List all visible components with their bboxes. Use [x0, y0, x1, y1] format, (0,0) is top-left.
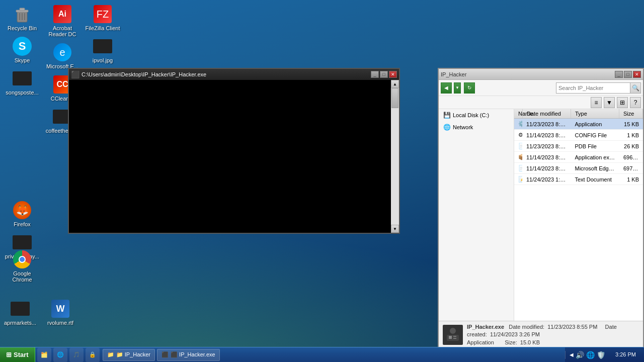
- cmd-maximize-button[interactable]: □: [380, 71, 388, 78]
- skype-icon: S: [12, 36, 32, 56]
- status-date-modified: 11/23/2023 8:55 PM: [547, 324, 597, 330]
- tray-security[interactable]: 🛡️: [597, 351, 605, 359]
- cmd-window: ⬛ C:\Users\admin\Desktop\IP_Hacker\IP_Ha…: [68, 68, 400, 234]
- start-button[interactable]: ⊞ Start: [0, 347, 35, 363]
- svg-rect-8: [449, 336, 452, 339]
- clock[interactable]: 3:26 PM: [611, 351, 640, 358]
- cmd-close-button[interactable]: ✕: [389, 71, 397, 78]
- svg-rect-9: [453, 336, 456, 337]
- start-icon: ⊞: [6, 351, 12, 358]
- view-list-button[interactable]: ≡: [591, 97, 602, 108]
- tray-arrow[interactable]: ◀: [570, 352, 574, 357]
- search-button[interactable]: 🔍: [630, 82, 641, 94]
- tray-volume[interactable]: 🔊: [576, 351, 584, 359]
- search-input[interactable]: [556, 82, 630, 94]
- file-cell-size: 1 KB: [619, 176, 643, 183]
- desktop-icon-rvolume[interactable]: W rvolume.rtf: [40, 297, 80, 328]
- file-cell-date: 11/23/2023 8:55 PM: [522, 121, 571, 127]
- col-header-name[interactable]: Name: [514, 109, 523, 118]
- explorer-nav-back[interactable]: ◀: [441, 82, 452, 94]
- explorer-nav-panel: 💾 Local Disk (C:) 🌐 Network: [439, 109, 514, 321]
- file-row[interactable]: ⚙ IP_Hacker.exe.config 11/14/2023 8:37 P…: [514, 130, 643, 141]
- explorer-minimize-button[interactable]: _: [615, 71, 623, 78]
- quicklaunch-media[interactable]: 🎵: [69, 348, 84, 362]
- local-disk-icon: 💾: [443, 111, 451, 119]
- explorer-toolbar: ◀ ▼ ↻ 🔍: [439, 80, 643, 96]
- chrome-icon: [12, 249, 32, 269]
- desktop-icon-acrobat[interactable]: Ai Acrobat Reader DC: [42, 2, 83, 39]
- status-filename: IP_Hacker.exe: [467, 324, 504, 330]
- scroll-down-button[interactable]: ▼: [391, 225, 399, 233]
- desktop-icon-filezilla[interactable]: FZ FileZilla Client: [83, 2, 123, 33]
- file-cell-type: PDB File: [571, 143, 619, 149]
- filezilla-icon: FZ: [93, 4, 113, 24]
- quicklaunch-explorer[interactable]: 🗂️: [37, 348, 51, 362]
- firefox-icon: 🦊: [12, 200, 32, 220]
- quicklaunch-security[interactable]: 🔒: [86, 348, 100, 362]
- rvolume-icon: W: [50, 299, 70, 319]
- cmd-titlebar[interactable]: ⬛ C:\Users\admin\Desktop\IP_Hacker\IP_Ha…: [69, 69, 399, 80]
- chrome-label: Google Chrome: [4, 270, 40, 283]
- scroll-track: [391, 88, 399, 225]
- explorer-titlebar[interactable]: IP_Hacker _ □ ✕: [439, 69, 643, 80]
- desktop-icon-ipvol[interactable]: ipvol.jpg: [83, 34, 123, 65]
- desktop-icon-firefox[interactable]: 🦊 Firefox: [2, 198, 42, 229]
- view-help-button[interactable]: ?: [630, 97, 641, 108]
- explorer-main: Name Date modified Type Size ⚙️ IP_Hacke…: [514, 109, 643, 321]
- file-cell-date: 11/14/2023 8:37 PM: [522, 132, 571, 138]
- desktop-icon-aprmarkets[interactable]: aprmarkets...: [0, 297, 40, 328]
- explorer-maximize-button[interactable]: □: [624, 71, 632, 78]
- explorer-nav-dropdown[interactable]: ▼: [454, 82, 461, 94]
- desktop-icon-chrome[interactable]: Google Chrome: [2, 247, 42, 285]
- tray-network[interactable]: 🌐: [586, 351, 595, 359]
- local-disk-label: Local Disk (C:): [453, 112, 489, 118]
- status-date-created: 11/24/2023 3:26 PM: [490, 331, 540, 337]
- explorer-body: 💾 Local Disk (C:) 🌐 Network Name Date mo…: [439, 109, 643, 321]
- desktop-icon-skype[interactable]: S Skype: [2, 34, 42, 65]
- ipvol-icon: [93, 36, 113, 56]
- taskbar-cmd-btn[interactable]: ⬛ ⬛ IP_Hacker.exe: [157, 349, 220, 361]
- acrobat-label: Acrobat Reader DC: [44, 25, 80, 37]
- desktop-icon-songsposter[interactable]: songsposte...: [2, 66, 42, 98]
- col-header-size[interactable]: Size: [619, 109, 643, 118]
- aprmarkets-icon: [10, 299, 30, 319]
- cmd-window-controls: _ □ ✕: [371, 71, 397, 78]
- file-list: ⚙️ IP_Hacker.exe 11/23/2023 8:55 PM Appl…: [514, 119, 643, 321]
- taskbar-explorer-btn[interactable]: 📁 📁 IP_Hacker: [103, 349, 155, 361]
- ipvol-label: ipvol.jpg: [93, 57, 113, 63]
- explorer-window-controls: _ □ ✕: [615, 71, 641, 78]
- nav-item-network[interactable]: 🌐 Network: [439, 121, 514, 133]
- cmd-scrollbar[interactable]: ▲ ▼: [391, 80, 399, 233]
- aprmarkets-label: aprmarkets...: [4, 320, 36, 326]
- start-label: Start: [14, 351, 29, 358]
- file-cell-type: Application: [571, 121, 619, 127]
- explorer-close-button[interactable]: ✕: [633, 71, 641, 78]
- status-bar: IP_Hacker.exe Date modified: 11/23/2023 …: [439, 321, 643, 348]
- desktop-icon-edge[interactable]: e Microsoft E...: [42, 40, 83, 71]
- desktop-icon-recycle-bin[interactable]: Recycle Bin: [2, 2, 42, 33]
- status-date-modified-label: Date modified:: [509, 324, 544, 330]
- file-row[interactable]: 📝 readme.txt 11/24/2023 1:42 PM Text Doc…: [514, 174, 643, 185]
- cmd-minimize-button[interactable]: _: [371, 71, 379, 78]
- scroll-up-button[interactable]: ▲: [391, 80, 399, 88]
- quicklaunch-browser[interactable]: 🌐: [53, 348, 67, 362]
- firefox-label: Firefox: [14, 221, 31, 227]
- file-cell-type: Application extension: [571, 154, 619, 160]
- view-preview-button[interactable]: ⊞: [617, 97, 628, 108]
- col-header-date[interactable]: Date modified: [523, 109, 571, 118]
- cmd-title: ⬛ C:\Users\admin\Desktop\IP_Hacker\IP_Ha…: [71, 70, 206, 78]
- view-dropdown-button[interactable]: ▼: [604, 97, 615, 108]
- status-text-area: IP_Hacker.exe Date modified: 11/23/2023 …: [467, 323, 639, 346]
- file-row[interactable]: 📄 IP_Hacker.pdb 11/23/2023 8:55 PM PDB F…: [514, 141, 643, 152]
- file-cell-name: 📄 WebView2Loader.dll: [514, 165, 522, 171]
- file-cell-size: 26 KB: [619, 143, 643, 149]
- file-cell-size: 696 KB: [619, 154, 643, 160]
- file-row[interactable]: ⚙️ IP_Hacker.exe 11/23/2023 8:55 PM Appl…: [514, 119, 643, 130]
- nav-item-local-disk[interactable]: 💾 Local Disk (C:): [439, 109, 514, 121]
- file-row[interactable]: 📦 msvcr120.dll 11/14/2023 8:37 PM Applic…: [514, 152, 643, 163]
- explorer-refresh[interactable]: ↻: [464, 82, 475, 94]
- file-row[interactable]: 📄 WebView2Loader.dll 11/14/2023 8:37 PM …: [514, 163, 643, 174]
- col-header-type[interactable]: Type: [571, 109, 619, 118]
- scroll-thumb[interactable]: [391, 88, 398, 108]
- desktop-icons-bottom2: aprmarkets... W rvolume.rtf: [0, 297, 80, 329]
